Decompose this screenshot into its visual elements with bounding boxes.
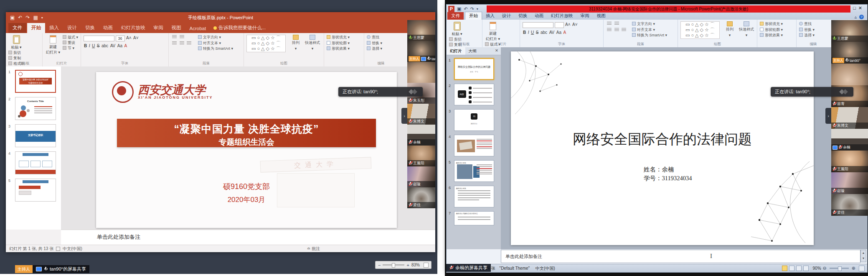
shape-outline-button[interactable]: 形状轮廓 ▾	[760, 27, 794, 33]
participant-tile[interactable]: 王思蒙	[831, 20, 868, 42]
strikethrough-button[interactable]: S	[97, 43, 100, 49]
new-slide-button[interactable]: 新建幻灯片 ▾	[485, 21, 501, 42]
reset-button[interactable]: 重设	[63, 40, 78, 46]
align-left-icon[interactable]	[607, 28, 612, 32]
window-controls[interactable]: □✕	[853, 5, 865, 11]
tab-review[interactable]: 审阅	[577, 12, 593, 20]
replace-button[interactable]: 替换 ▾	[799, 27, 828, 33]
text-shadow-button[interactable]: abc	[541, 29, 547, 36]
help-icon[interactable]: ?	[859, 15, 864, 19]
align-left-icon[interactable]	[172, 41, 177, 45]
font-name-combobox[interactable]	[523, 22, 553, 28]
participant-tile[interactable]: 余楠	[831, 129, 868, 151]
strip-collapse-button[interactable]: ›	[401, 108, 407, 124]
slide-thumbnail-6[interactable]: 6 网络安全现状	[454, 186, 498, 207]
slide-thumbnail-7[interactable]: 7 网络安全与网络主权法律定位	[454, 211, 498, 225]
zoom-slider[interactable]	[383, 264, 404, 266]
participant-tile[interactable]: 主持人tan90°	[831, 42, 868, 64]
save-icon[interactable]: ▣	[457, 6, 461, 12]
tab-transitions[interactable]: 切换	[81, 23, 99, 33]
find-button[interactable]: 查找	[799, 21, 828, 27]
tab-animations[interactable]: 动画	[99, 23, 117, 33]
tab-design[interactable]: 设计	[63, 23, 81, 33]
pane-tab-outline[interactable]: 大纲	[465, 47, 480, 55]
align-center-icon[interactable]	[180, 41, 184, 45]
fit-to-window-icon[interactable]	[859, 266, 865, 271]
participant-tile[interactable]: 王晨阳	[831, 151, 868, 172]
font-color-button[interactable]: A	[563, 29, 566, 36]
slide-thumbnail-4[interactable]: 4	[15, 151, 58, 174]
arrange-button[interactable]: 排列▾	[721, 21, 738, 38]
shrink-font-button[interactable]: A˅	[133, 35, 139, 41]
pane-tab-slides[interactable]: 幻灯片	[447, 47, 465, 55]
character-spacing-button[interactable]: AV	[549, 29, 555, 36]
tab-design[interactable]: 设计	[498, 12, 515, 20]
select-button[interactable]: 选择 ▾	[367, 46, 396, 52]
slide-thumbnail-1[interactable]: 1 “凝聚中国力量 决胜全球抗疫”专题组织生活会	[15, 70, 58, 93]
participant-tile[interactable]: 梁佳	[831, 194, 868, 216]
numbering-icon[interactable]	[180, 35, 184, 39]
comments-button[interactable]: ≏ 批注	[307, 246, 320, 252]
tell-me-box[interactable]: 告诉我您想要做什么...	[213, 25, 266, 33]
participant-tile[interactable]: 王晨阳	[407, 146, 435, 166]
zoom-in-icon[interactable]: ⊕	[852, 266, 855, 271]
zoom-out-icon[interactable]: ⊖	[823, 266, 827, 271]
bold-button[interactable]: B	[84, 43, 87, 49]
change-case-button[interactable]: Aa	[117, 43, 122, 49]
strip-collapse-button[interactable]: ›	[825, 108, 831, 124]
quick-styles-button[interactable]: 快速样式▾	[304, 35, 321, 51]
slide-thumbnail-2[interactable]: 2 Contents Title	[15, 97, 58, 120]
participant-tile[interactable]: 朱博文	[407, 104, 435, 125]
tab-animations[interactable]: 动画	[531, 12, 547, 20]
notes-scrollbar[interactable]: ▲▼	[860, 250, 866, 262]
shape-fill-button[interactable]: 形状填充 ▾	[327, 35, 362, 41]
select-button[interactable]: 选择 ▾	[799, 33, 828, 38]
character-spacing-button[interactable]: AV	[110, 43, 116, 49]
ribbon-minimize-icon[interactable]: ▵	[855, 14, 857, 19]
tab-slideshow[interactable]: 幻灯片放映	[117, 23, 150, 33]
numbering-icon[interactable]	[614, 22, 619, 26]
right-notes-field[interactable]: 单击此处添加备注 I	[501, 250, 860, 263]
grow-font-button[interactable]: A˄	[126, 35, 132, 41]
viewer-zoom-control[interactable]: − + 83%	[375, 261, 431, 269]
bullets-icon[interactable]	[607, 22, 612, 26]
restore-icon[interactable]: □	[853, 5, 858, 10]
slide-thumbnail-2[interactable]: 2 内容	[454, 84, 498, 105]
strikethrough-button[interactable]: S	[536, 29, 539, 36]
align-text-button[interactable]: 对齐文本 ▾	[198, 41, 233, 46]
slide-sorter-view-icon[interactable]	[789, 266, 794, 271]
arrange-button[interactable]: 排列▾	[287, 35, 304, 51]
slideshow-view-icon[interactable]	[803, 266, 809, 271]
right-current-slide[interactable]: 网络安全国际合作的法律问题 姓名：余楠 学号：3119324034	[511, 51, 814, 245]
participant-tile[interactable]	[831, 64, 868, 85]
slide-thumbnail-5[interactable]: 5	[15, 179, 58, 202]
tab-review[interactable]: 审阅	[150, 23, 168, 33]
reading-view-icon[interactable]	[796, 266, 802, 271]
shape-fill-button[interactable]: 形状填充 ▾	[760, 21, 794, 27]
participant-tile[interactable]: 王思蒙	[407, 20, 435, 41]
copy-button[interactable]: 复制	[8, 56, 25, 61]
close-icon[interactable]: ✕	[858, 5, 865, 10]
participant-tile[interactable]	[407, 62, 435, 83]
change-case-button[interactable]: Aa	[556, 29, 561, 36]
left-notes-field[interactable]: 单击此处添加备注	[61, 230, 435, 245]
font-size-combobox[interactable]	[555, 22, 564, 28]
pane-close-icon[interactable]: ✕	[492, 47, 501, 55]
text-direction-button[interactable]: 文字方向 ▾	[632, 21, 667, 27]
slide-thumbnail-3[interactable]: 3 支部书记述职	[15, 124, 58, 147]
tab-home[interactable]: 开始	[27, 23, 45, 33]
shapes-gallery[interactable]: ▭ ○ △ ◇ ☆ ⌒▭ ○ △ ◇ ☆ ⌒▭ ○ △ ◇ ☆ ⌒	[680, 21, 720, 39]
quick-styles-button[interactable]: 快速样式▾	[738, 21, 755, 38]
italic-button[interactable]: I	[528, 29, 529, 36]
font-size-combobox[interactable]: 36	[116, 36, 125, 41]
layout-button[interactable]: 版式 ▾	[63, 35, 78, 40]
paste-button[interactable]: 粘贴 ▾	[8, 35, 24, 50]
tab-transitions[interactable]: 切换	[515, 12, 531, 20]
tab-slideshow[interactable]: 幻灯片放映	[547, 12, 577, 20]
slide-thumbnail-1[interactable]: 1 网络安全国际合作的法律问题 姓名 · 学号	[454, 58, 498, 80]
fit-screen-icon[interactable]	[424, 263, 429, 268]
participant-tile[interactable]: 余楠	[407, 125, 435, 146]
slide-thumbnail-5[interactable]: 5 网络安全现状	[454, 160, 498, 182]
shape-effects-button[interactable]: 形状效果 ▾	[760, 33, 794, 38]
cut-button[interactable]: 剪切	[8, 50, 25, 56]
